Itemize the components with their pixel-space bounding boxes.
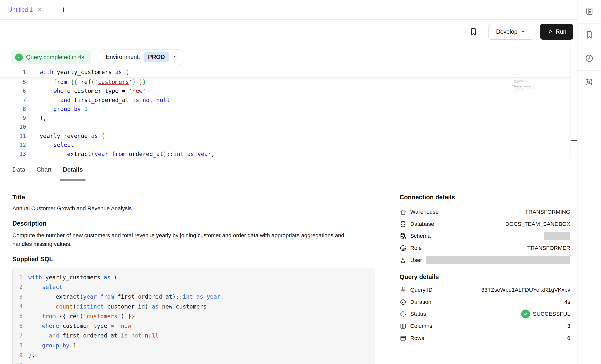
chevron-down-icon	[520, 29, 526, 35]
detail-value-text: 6	[567, 335, 570, 341]
sidebar-button-bookmark[interactable]	[577, 24, 601, 47]
detail-value: TRANSFORMING	[525, 209, 571, 215]
code-text: yearly_revenue as (	[40, 133, 105, 139]
code-text: ),	[28, 352, 35, 358]
line-number: 8	[0, 106, 26, 112]
code-text: with yearly_customers as (	[28, 274, 117, 281]
code-text: extract(year from ordered_at)::int as ye…	[40, 151, 215, 157]
detail-value-text: SUCCESSFUL	[533, 311, 570, 317]
code-text: count(distinct customer_id) as new_custo…	[28, 303, 207, 310]
new-tab-button[interactable]	[60, 6, 67, 13]
description-heading: Description	[12, 220, 375, 227]
code-line: 2 select	[13, 282, 375, 292]
code-line: 4 count(distinct customer_id) as new_cus…	[13, 302, 375, 311]
warehouse-icon	[400, 208, 407, 215]
indent-guide	[41, 87, 41, 95]
tab-data[interactable]: Data	[9, 158, 28, 181]
code-editor[interactable]: Query completed in 4s Environment: PROD …	[0, 44, 577, 158]
detail-row: Query ID33TZseWpe1ALFDUYerxR1gVKxbv	[400, 284, 570, 296]
bookmark-button[interactable]	[469, 27, 478, 36]
code-line: 10	[13, 360, 375, 364]
code-line: 1with yearly_customers as (	[13, 272, 375, 282]
code-line: 13 extract(year from ordered_at)::int as…	[0, 150, 571, 158]
redacted-value	[426, 256, 570, 264]
minimap-line: order by 1	[512, 92, 569, 93]
tab-title: Untitled 1	[8, 6, 33, 13]
line-number: 3	[13, 294, 23, 300]
detail-row: User	[400, 254, 570, 266]
detail-label: Columns	[410, 323, 432, 329]
detail-label: Schema	[410, 233, 431, 239]
detail-row: DatabaseDOCS_TEAM_SANDBOX	[400, 218, 570, 230]
database-icon	[400, 221, 407, 228]
detail-label: Role	[410, 245, 422, 251]
code-line: 8 group by 1	[13, 340, 375, 350]
bookmark-icon	[585, 30, 594, 40]
detail-value: 4s	[564, 299, 570, 305]
code-text: ),	[40, 115, 47, 121]
close-icon[interactable]	[36, 7, 43, 13]
editor-lines[interactable]: 5 from {{ ref('customers') }}6 where cus…	[0, 78, 571, 158]
rows-icon	[400, 335, 407, 342]
details-panel: Title Annual Customer Growth and Revenue…	[12, 193, 375, 364]
detail-value-text: TRANSFORMER	[527, 245, 570, 251]
indent-guide	[41, 105, 41, 113]
sidebar-button-history-clock[interactable]	[577, 47, 601, 71]
line-number: 6	[13, 323, 23, 329]
code-text: group by 1	[28, 342, 76, 349]
environment-dropdown[interactable]: Environment: PROD	[99, 49, 183, 65]
code-line: 3 extract(year from first_ordered_at)::i…	[13, 292, 375, 302]
columns-icon	[400, 323, 407, 330]
check-circle-icon	[15, 53, 23, 61]
query-details-rows: Query ID33TZseWpe1ALFDUYerxR1gVKxbvDurat…	[400, 284, 570, 344]
code-text: from {{ ref('customers') }}	[40, 79, 146, 85]
detail-label: Status	[410, 311, 426, 317]
indent-guide	[56, 150, 56, 158]
code-line: 9),	[0, 113, 571, 122]
environment-value-chip: PROD	[144, 52, 169, 62]
bookmark-icon	[469, 33, 478, 37]
develop-dropdown[interactable]: Develop	[488, 24, 533, 40]
scrollbar-handle[interactable]	[571, 140, 577, 141]
detail-value-text: 3	[567, 323, 570, 329]
sticky-scroll-line: 1with yearly_customers as (	[0, 67, 571, 77]
code-text: where customer_type = 'new'	[28, 323, 135, 329]
line-number: 4	[13, 303, 23, 310]
sidebar-button-notebook[interactable]	[577, 0, 601, 24]
supplied-sql-block: 1with yearly_customers as (2 select3 ext…	[12, 268, 375, 364]
user-icon	[400, 257, 407, 264]
query-details-heading: Query details	[400, 273, 570, 281]
code-text: group by 1	[40, 106, 88, 112]
tab-label: Details	[63, 166, 83, 173]
detail-value: SUCCESSFUL	[521, 310, 570, 318]
run-button[interactable]: Run	[540, 24, 573, 40]
detail-row: WarehouseTRANSFORMING	[400, 206, 570, 218]
detail-label: Database	[410, 221, 434, 227]
line-number: 8	[13, 342, 23, 348]
code-line: 6 where customer_type = 'new'	[0, 86, 571, 95]
tab-details[interactable]: Details	[60, 158, 86, 181]
code-line: 6 where customer_type = 'new'	[13, 321, 375, 331]
status-spinner-icon	[400, 311, 407, 317]
tab-label: Chart	[37, 166, 52, 173]
line-number: 5	[0, 79, 26, 85]
code-line: 7 and first_ordered_at is not null	[13, 331, 375, 340]
success-check-icon	[521, 310, 530, 318]
tab-untitled-1[interactable]: Untitled 1	[0, 0, 55, 20]
code-text: select	[40, 142, 74, 148]
line-number: 7	[0, 97, 26, 103]
sidebar-button-sparkle-compass[interactable]	[577, 71, 601, 94]
code-line: 9),	[13, 350, 375, 360]
detail-row: RoleTRANSFORMER	[400, 242, 570, 254]
code-text: with yearly_customers as (	[40, 69, 129, 75]
detail-row: Rows6	[400, 332, 570, 344]
develop-label: Develop	[496, 28, 517, 35]
detail-value-text: 4s	[564, 299, 570, 305]
tab-chart[interactable]: Chart	[34, 158, 55, 181]
code-line: 11yearly_revenue as (	[0, 131, 571, 140]
code-line: 5 from {{ ref('customers') }}	[0, 78, 571, 86]
editor-scrollbar[interactable]	[571, 44, 577, 158]
tab-label: Data	[12, 166, 25, 173]
line-number: 13	[0, 151, 26, 157]
detail-row: Schema	[400, 230, 570, 242]
